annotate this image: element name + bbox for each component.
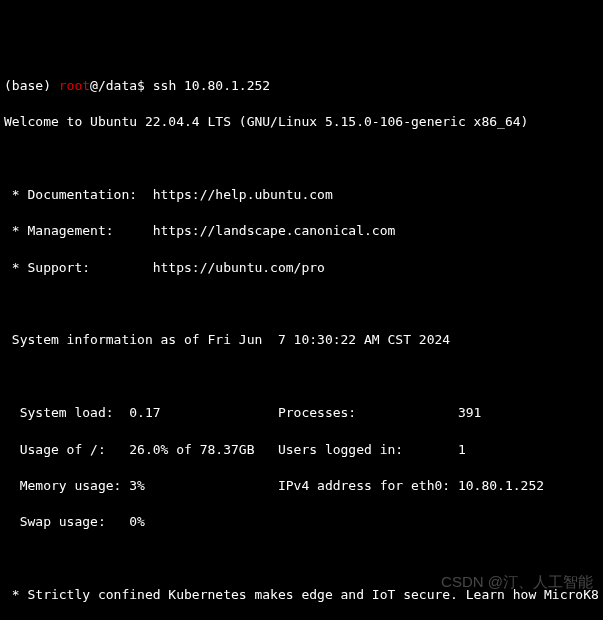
blank [4,550,599,568]
prompt-line[interactable]: (base) root@/data$ ssh 10.80.1.252 [4,77,599,95]
path: /data [98,78,137,93]
stat-load: System load: 0.17 Processes: 391 [4,404,599,422]
prompt-sep: $ [137,78,145,93]
at: @ [90,78,98,93]
k8s-line1: * Strictly confined Kubernetes makes edg… [4,586,599,604]
sysinfo-header: System information as of Fri Jun 7 10:30… [4,331,599,349]
command: ssh 10.80.1.252 [145,78,270,93]
stat-swap: Swap usage: 0% [4,513,599,531]
stat-usage: Usage of /: 26.0% of 78.37GB Users logge… [4,441,599,459]
stat-mem: Memory usage: 3% IPv4 address for eth0: … [4,477,599,495]
mgmt-link: * Management: https://landscape.canonica… [4,222,599,240]
welcome-line: Welcome to Ubuntu 22.04.4 LTS (GNU/Linux… [4,113,599,131]
support-link: * Support: https://ubuntu.com/pro [4,259,599,277]
user: root [59,78,90,93]
blank [4,368,599,386]
blank [4,295,599,313]
blank [4,150,599,168]
doc-link: * Documentation: https://help.ubuntu.com [4,186,599,204]
env-tag: (base) [4,78,59,93]
